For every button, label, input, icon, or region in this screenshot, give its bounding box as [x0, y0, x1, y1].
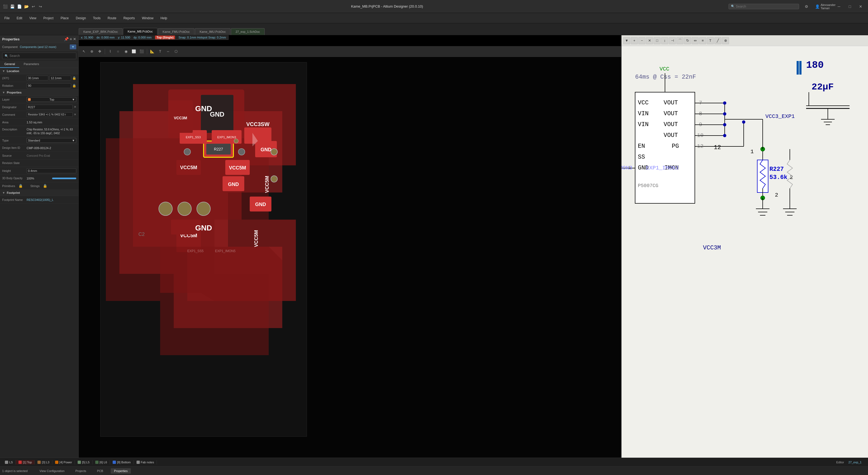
tool-via[interactable]: ◉ [122, 48, 129, 55]
menu-view[interactable]: View [26, 15, 40, 21]
menu-edit[interactable]: Edit [13, 15, 26, 21]
layer-dot-ls [5, 461, 8, 464]
tab-kame-exp-brk[interactable]: Kame_EXP_BRK.PcbDoc [79, 28, 122, 35]
menu-project[interactable]: Project [40, 15, 57, 21]
layer-fab[interactable]: Fab notes [134, 460, 157, 465]
sch-tool-add[interactable]: + [631, 37, 638, 44]
strings-lock-icon[interactable]: 🔒 [43, 184, 47, 188]
menu-route[interactable]: Route [104, 15, 120, 21]
layer-dropdown[interactable]: Top ▼ [27, 97, 76, 102]
sch-tool-filter[interactable]: ▼ [623, 37, 630, 44]
window-controls[interactable]: ⚙ 👤 Alexsander Tamari ─ □ ✕ [801, 2, 866, 11]
search-input[interactable] [9, 54, 74, 58]
height-value[interactable]: 0.4mm [27, 168, 76, 173]
tool-pan[interactable]: ✥ [96, 48, 103, 55]
sch-tool-text[interactable]: T [707, 37, 714, 44]
svg-text:VCC5M: VCC5M [229, 165, 246, 171]
comment-clear-icon[interactable]: ✕ [74, 113, 76, 116]
filter-button[interactable]: ▼ [70, 44, 76, 49]
rotation-lock-icon[interactable]: 🔒 [72, 84, 76, 88]
y-value[interactable]: 12.1mm [50, 76, 71, 80]
global-search[interactable]: 🔍 [728, 4, 799, 9]
comment-value[interactable]: Resistor 53K6 +/-1 % 0402 63 r [27, 112, 73, 117]
window-icons[interactable]: ⬛ 💾 📄 📂 ↩ ↪ [2, 3, 43, 9]
x-value[interactable]: 30.1mm [27, 76, 48, 80]
layer-l5[interactable]: [5] L5 [75, 460, 93, 465]
toolbar-new[interactable]: 📄 [16, 3, 22, 9]
toolbar-redo[interactable]: ↪ [37, 3, 43, 9]
tab-kame-imu[interactable]: Kame_IMU.PcbDoc [195, 28, 230, 35]
layer-l3[interactable]: [3] L3 [35, 460, 52, 465]
tool-dimension[interactable]: ↔ [164, 48, 172, 55]
sch-tool-cross[interactable]: ✕ [646, 37, 653, 44]
minimize-button[interactable]: ─ [834, 2, 844, 11]
sch-tool-rotate[interactable]: ↻ [684, 37, 691, 44]
sch-tool-param[interactable]: ≡ [699, 37, 706, 44]
menu-file[interactable]: File [1, 15, 13, 21]
tab-general[interactable]: General [0, 61, 19, 68]
tool-select[interactable]: ↖ [80, 48, 87, 55]
tab-parameters[interactable]: Parameters [19, 61, 43, 68]
sch-tool-line[interactable]: ╱ [714, 37, 721, 44]
footprint-section-header[interactable]: ▼ Footprint [0, 190, 79, 196]
menu-window[interactable]: Window [139, 15, 157, 21]
toolbar-undo[interactable]: ↩ [30, 3, 36, 9]
menu-reports[interactable]: Reports [120, 15, 138, 21]
layer-dot-power [55, 461, 58, 464]
tool-measure[interactable]: 📐 [149, 48, 156, 55]
sch-tool-flip[interactable]: ⇔ [691, 37, 699, 44]
sch-tool-rect[interactable]: □ [654, 37, 661, 44]
primitives-lock-icon[interactable]: 🔒 [19, 184, 23, 188]
panel-icons[interactable]: 📌 ≡ ✕ [64, 37, 76, 41]
tool-component[interactable]: ⬛ [138, 48, 145, 55]
tab-kame-fmu[interactable]: Kame_FMU.PcbDoc [158, 28, 194, 35]
properties-section-header[interactable]: ▼ Properties [0, 90, 79, 96]
panel-pin-icon[interactable]: 📌 [64, 37, 69, 41]
sch-tool-connect[interactable]: ⊕ [722, 37, 729, 44]
tab-projects[interactable]: Projects [72, 468, 90, 474]
search-box[interactable]: 🔍 [2, 53, 76, 59]
tool-route[interactable]: ⌇ [107, 48, 114, 55]
sch-tool-minus[interactable]: − [639, 37, 645, 44]
menu-place[interactable]: Place [57, 15, 72, 21]
lock-icon[interactable]: 🔒 [72, 76, 76, 80]
close-button[interactable]: ✕ [856, 2, 866, 11]
layer-ls[interactable]: LS [2, 460, 16, 465]
pcb-canvas[interactable]: GND R227 EXP1_SS3 EXP1_IMON3 VCC3M GND V… [79, 57, 621, 457]
layer-power[interactable]: [4] Power [52, 460, 75, 465]
tool-zoom[interactable]: ⊕ [88, 48, 95, 55]
tab-pcb[interactable]: PCB [94, 468, 106, 474]
tool-pad[interactable]: ⬜ [130, 48, 137, 55]
menu-help[interactable]: Help [157, 15, 170, 21]
rotation-value[interactable]: 90 [27, 83, 71, 88]
tab-properties[interactable]: Properties [111, 468, 131, 474]
panel-scroll[interactable]: ▼ Location (X/Y) 30.1mm 12.1mm 🔒 Rotatio… [0, 68, 79, 457]
designator-clear-icon[interactable]: ✕ [74, 105, 76, 109]
panel-close-icon[interactable]: ✕ [73, 37, 76, 41]
menu-tools[interactable]: Tools [90, 15, 104, 21]
schematic-content[interactable]: 64ms @ Css = 22nF 180 22µF [622, 46, 868, 457]
tool-polygon[interactable]: ⬡ [172, 48, 179, 55]
tab-view-config[interactable]: View Configuration [36, 468, 68, 474]
designator-value[interactable]: R227 [27, 105, 73, 109]
toolbar-open[interactable]: 📂 [23, 3, 29, 9]
maximize-button[interactable]: □ [845, 2, 855, 11]
sch-tool-wire[interactable]: ⌒ [676, 37, 683, 44]
menu-design[interactable]: Design [72, 15, 89, 21]
layer-label-l6: [6] L6 [100, 461, 107, 464]
sch-tool-move[interactable]: ↕ [661, 37, 668, 44]
tab-kame-mb[interactable]: Kame_MB.PcbDoc [123, 28, 157, 35]
settings-icon[interactable]: ⚙ [801, 2, 811, 11]
layer-bottom[interactable]: [8] Bottom [110, 460, 133, 465]
layer-top[interactable]: [1] Top [16, 460, 35, 465]
type-dropdown[interactable]: Standard ▼ [27, 138, 76, 143]
toolbar-save[interactable]: 💾 [9, 3, 15, 9]
panel-menu-icon[interactable]: ≡ [70, 37, 72, 41]
layer-l6[interactable]: [6] L6 [93, 460, 110, 465]
tool-place[interactable]: ○ [115, 48, 122, 55]
location-section-header[interactable]: ▼ Location [0, 68, 79, 74]
tool-text[interactable]: T [157, 48, 164, 55]
sch-tool-pin[interactable]: ⊣ [669, 37, 676, 44]
tab-schematic[interactable]: 27_exp_1.SchDoc [231, 28, 265, 35]
search-input[interactable] [736, 5, 790, 8]
